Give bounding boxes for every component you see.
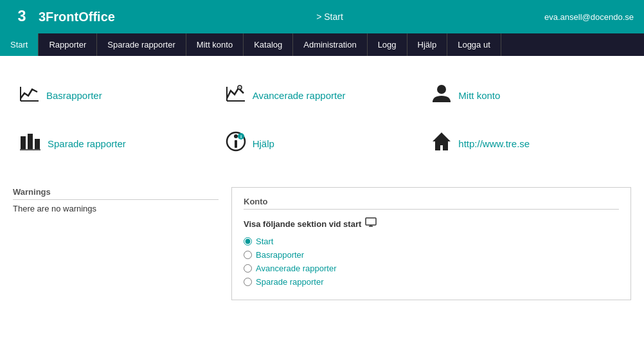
radio-avancerade: Avancerade rapporter	[244, 264, 619, 273]
radio-avancerade-label: Avancerade rapporter	[256, 264, 337, 273]
basrapporter-icon	[19, 84, 40, 107]
quicklink-basrapporter[interactable]: Basrapporter	[13, 71, 219, 120]
quicklink-tre-se[interactable]: http://www.tre.se	[425, 120, 631, 168]
radio-start-input[interactable]	[244, 237, 252, 246]
monitor-icon	[365, 217, 377, 230]
warnings-title: Warnings	[13, 187, 219, 200]
konto-section: Konto Visa följande sektion vid start St…	[231, 187, 631, 300]
svg-text:i: i	[240, 134, 242, 140]
radio-avancerade-input[interactable]	[244, 264, 252, 273]
sparade-label: Sparade rapporter	[48, 138, 126, 149]
quicklink-sparade[interactable]: Sparade rapporter	[13, 120, 219, 168]
radio-sparade-input[interactable]	[244, 278, 252, 286]
nav-item-logga-ut[interactable]: Logga ut	[447, 33, 501, 56]
footer: Copyright 2016 | 3FrontOffice Statistik …	[0, 335, 644, 342]
house-icon	[431, 131, 452, 156]
nav-item-start[interactable]: Start	[0, 33, 39, 56]
nav-item-katalog[interactable]: Katalog	[244, 33, 293, 56]
header-center-link[interactable]: > Start	[316, 12, 343, 22]
mitt-konto-label: Mitt konto	[458, 90, 500, 101]
radio-start-label: Start	[256, 237, 273, 246]
warnings-content: There are no warnings	[13, 204, 219, 213]
radio-start: Start	[244, 237, 619, 246]
nav-item-sparade-rapporter[interactable]: Sparade rapporter	[97, 33, 186, 56]
svg-text:3: 3	[17, 8, 26, 24]
mitt-konto-icon	[431, 83, 452, 108]
radio-sparade: Sparade rapporter	[244, 277, 619, 287]
quicklinks-grid: Basrapporter ! Avancerade rapporter	[13, 71, 631, 168]
radio-sparade-label: Sparade rapporter	[256, 277, 324, 287]
svg-rect-19	[366, 218, 376, 225]
radio-basrapporter-input[interactable]	[244, 251, 252, 259]
avancerade-label: Avancerade rapporter	[253, 90, 346, 101]
quicklink-mitt-konto[interactable]: Mitt konto	[425, 71, 631, 120]
radio-basrapporter: Basrapporter	[244, 250, 619, 260]
hjalp-icon: i	[226, 131, 246, 156]
svg-rect-9	[21, 136, 26, 149]
nav-item-hjälp[interactable]: Hjälp	[407, 33, 448, 56]
tre-se-label: http://www.tre.se	[458, 138, 530, 149]
konto-section-label: Visa följande sektion vid start	[244, 217, 619, 230]
svg-rect-15	[235, 140, 237, 148]
bottom-sections: Warnings There are no warnings Konto Vis…	[13, 187, 631, 300]
konto-section-label-text: Visa följande sektion vid start	[244, 219, 361, 229]
konto-title: Konto	[244, 197, 619, 210]
nav-item-mitt-konto[interactable]: Mitt konto	[186, 33, 244, 56]
hjalp-label: Hjälp	[253, 138, 274, 149]
radio-basrapporter-label: Basrapporter	[256, 250, 304, 260]
nav-item-administration[interactable]: Administration	[293, 33, 367, 56]
svg-point-8	[437, 85, 446, 94]
quicklink-avancerade[interactable]: ! Avancerade rapporter	[219, 71, 425, 120]
konto-inner: Visa följande sektion vid start Start	[244, 217, 619, 287]
svg-rect-11	[35, 139, 40, 149]
svg-marker-18	[433, 132, 451, 150]
header: 3 3FrontOffice > Start eva.ansell@docend…	[0, 0, 644, 33]
logo-area: 3 3FrontOffice	[10, 5, 115, 28]
header-user-email: eva.ansell@docendo.se	[544, 12, 634, 22]
avancerade-icon: !	[226, 84, 246, 107]
sparade-icon	[19, 132, 41, 155]
warnings-section: Warnings There are no warnings	[13, 187, 219, 213]
nav-item-rapporter[interactable]: Rapporter	[39, 33, 97, 56]
logo-text: 3FrontOffice	[39, 10, 115, 24]
nav-item-logg[interactable]: Logg	[368, 33, 407, 56]
basrapporter-label: Basrapporter	[46, 90, 102, 101]
main-content: Basrapporter ! Avancerade rapporter	[0, 56, 644, 316]
quicklink-hjalp[interactable]: i Hjälp	[219, 120, 425, 168]
svg-point-14	[234, 134, 238, 138]
svg-rect-10	[28, 134, 33, 149]
three-logo: 3	[10, 5, 33, 28]
navigation: StartRapporterSparade rapporterMitt kont…	[0, 33, 644, 56]
svg-text:!: !	[239, 86, 240, 90]
